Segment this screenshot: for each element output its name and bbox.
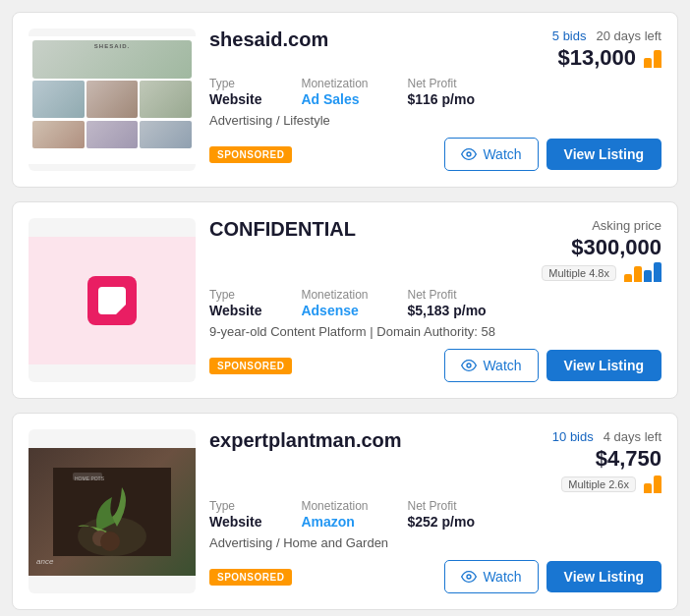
bids-days: 5 bids 20 days left (552, 28, 661, 43)
watch-button[interactable]: Watch (444, 349, 538, 382)
info-row: Type Website Monetization Amazon Net Pro… (209, 499, 661, 530)
net-profit-value: $116 p/mo (407, 91, 474, 107)
action-buttons: Watch View Listing (444, 349, 661, 382)
listing-card-shesaid: SHESAID. shesaid.com 5 bids 20 days left (12, 12, 678, 188)
net-profit-label: Net Profit (407, 77, 474, 90)
svg-point-8 (467, 575, 471, 579)
site-name: shesaid.com (209, 28, 328, 51)
price: $4,750 (596, 446, 661, 472)
type-label: Type (209, 77, 261, 90)
plant-illustration: HOME POTS (53, 468, 171, 556)
thumbnail-shesaid: SHESAID. (29, 28, 196, 171)
monetization-value: Ad Sales (301, 91, 368, 107)
card-header-expertplantman: expertplantman.com 10 bids 4 days left $… (209, 429, 661, 493)
sponsored-badge: SPONSORED (209, 146, 292, 163)
confidential-icon-inner (98, 287, 126, 314)
chart-icon (624, 262, 661, 282)
listing-card-confidential: CONFIDENTIAL Asking price $300,000 Multi… (12, 201, 678, 399)
header-right: 5 bids 20 days left $13,000 (552, 28, 661, 71)
card-content-shesaid: shesaid.com 5 bids 20 days left $13,000 … (209, 28, 661, 171)
multiple-badge: Multiple 4.8x (542, 265, 616, 281)
asking-label: Asking price (592, 218, 661, 233)
svg-point-1 (467, 364, 471, 367)
watch-button[interactable]: Watch (444, 560, 538, 593)
view-listing-button[interactable]: View Listing (546, 139, 661, 170)
price: $300,000 (571, 235, 661, 260)
description: Advertising / Home and Garden (209, 535, 661, 550)
header-right: 10 bids 4 days left $4,750 Multiple 2.6x (552, 429, 661, 493)
view-listing-button[interactable]: View Listing (546, 350, 661, 381)
monetization-label: Monetization (301, 499, 368, 513)
days-left: 4 days left (604, 429, 661, 444)
card-footer: SPONSORED Watch View Listing (209, 138, 661, 171)
header-right: Asking price $300,000 Multiple 4.8x (542, 218, 661, 282)
type-col: Type Website (209, 77, 261, 107)
sponsored-badge: SPONSORED (209, 569, 292, 586)
watch-button[interactable]: Watch (444, 138, 538, 171)
type-label: Type (209, 499, 261, 513)
plant-overlay-text: ance (36, 557, 53, 566)
monetization-col: Monetization Amazon (301, 499, 368, 530)
net-profit-col: Net Profit $5,183 p/mo (407, 288, 486, 318)
monetization-col: Monetization Ad Sales (301, 77, 368, 107)
watch-label: Watch (483, 358, 521, 373)
card-content-expertplantman: expertplantman.com 10 bids 4 days left $… (209, 429, 661, 593)
eye-icon (461, 569, 477, 585)
type-value: Website (209, 91, 261, 107)
card-footer: SPONSORED Watch View Listing (209, 560, 661, 593)
thumbnail-confidential (29, 218, 196, 382)
type-col: Type Website (209, 288, 261, 318)
card-content-confidential: CONFIDENTIAL Asking price $300,000 Multi… (209, 218, 661, 382)
info-row: Type Website Monetization Adsense Net Pr… (209, 288, 661, 318)
eye-icon (461, 146, 477, 162)
site-name: CONFIDENTIAL (209, 218, 356, 241)
price: $13,000 (557, 45, 636, 71)
multiple-badge: Multiple 2.6x (561, 476, 636, 492)
monetization-label: Monetization (301, 288, 368, 302)
type-label: Type (209, 288, 261, 302)
view-listing-button[interactable]: View Listing (546, 561, 661, 592)
description: 9-year-old Content Platform | Domain Aut… (209, 324, 661, 339)
chart-icon (644, 48, 661, 68)
bids-count: 5 bids (552, 28, 587, 43)
days-left: 20 days left (597, 28, 662, 43)
action-buttons: Watch View Listing (444, 138, 661, 171)
sponsored-badge: SPONSORED (209, 358, 292, 374)
type-col: Type Website (209, 499, 261, 530)
monetization-label: Monetization (301, 77, 368, 90)
svg-point-0 (467, 152, 471, 156)
action-buttons: Watch View Listing (444, 560, 661, 593)
watch-label: Watch (483, 569, 521, 585)
monetization-value: Amazon (301, 514, 368, 530)
svg-point-5 (100, 532, 120, 551)
confidential-icon (87, 276, 137, 325)
net-profit-label: Net Profit (407, 288, 486, 302)
eye-icon (461, 358, 477, 373)
chart-icon (644, 474, 661, 493)
bids-days: 10 bids 4 days left (552, 429, 661, 444)
net-profit-col: Net Profit $252 p/mo (407, 499, 474, 530)
monetization-col: Monetization Adsense (301, 288, 368, 318)
monetization-value: Adsense (301, 303, 368, 318)
type-value: Website (209, 514, 261, 530)
thumbnail-expertplantman: HOME POTS ance (29, 429, 196, 593)
card-header-confidential: CONFIDENTIAL Asking price $300,000 Multi… (209, 218, 661, 282)
card-footer: SPONSORED Watch View Listing (209, 349, 661, 382)
svg-text:HOME  POTS: HOME POTS (75, 476, 105, 481)
card-header-shesaid: shesaid.com 5 bids 20 days left $13,000 (209, 28, 661, 71)
site-name: expertplantman.com (209, 429, 402, 452)
description: Advertising / Lifestyle (209, 113, 661, 128)
bids-count: 10 bids (552, 429, 594, 444)
type-value: Website (209, 303, 261, 318)
watch-label: Watch (483, 146, 521, 162)
info-row: Type Website Monetization Ad Sales Net P… (209, 77, 661, 107)
net-profit-value: $252 p/mo (407, 514, 474, 530)
net-profit-label: Net Profit (407, 499, 474, 513)
listing-card-expertplantman: HOME POTS ance expertplantman.com 10 bid… (12, 413, 678, 610)
net-profit-col: Net Profit $116 p/mo (407, 77, 474, 107)
net-profit-value: $5,183 p/mo (407, 303, 486, 318)
